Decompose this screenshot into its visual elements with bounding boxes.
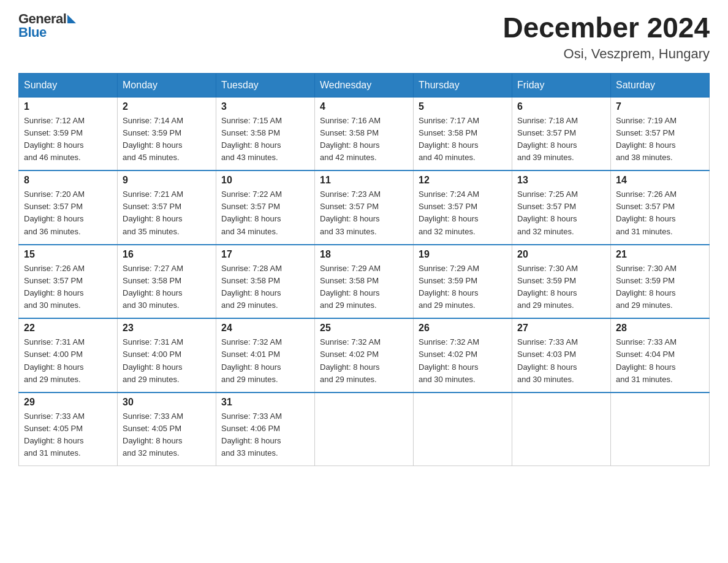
calendar-cell: 24Sunrise: 7:32 AMSunset: 4:01 PMDayligh… — [216, 318, 315, 393]
calendar-cell: 1Sunrise: 7:12 AMSunset: 3:59 PMDaylight… — [19, 97, 118, 170]
day-number: 26 — [419, 323, 507, 334]
calendar-cell: 7Sunrise: 7:19 AMSunset: 3:57 PMDaylight… — [611, 97, 710, 170]
day-number: 19 — [419, 249, 507, 260]
calendar-cell: 2Sunrise: 7:14 AMSunset: 3:59 PMDaylight… — [118, 97, 216, 170]
calendar-cell: 10Sunrise: 7:22 AMSunset: 3:57 PMDayligh… — [216, 170, 315, 245]
calendar-cell: 15Sunrise: 7:26 AMSunset: 3:57 PMDayligh… — [19, 245, 118, 319]
calendar-cell: 18Sunrise: 7:29 AMSunset: 3:58 PMDayligh… — [315, 245, 414, 319]
day-info: Sunrise: 7:32 AMSunset: 4:02 PMDaylight:… — [320, 336, 408, 386]
logo-general-text: General — [18, 12, 66, 26]
day-number: 20 — [517, 249, 605, 260]
calendar-cell: 25Sunrise: 7:32 AMSunset: 4:02 PMDayligh… — [315, 318, 414, 393]
day-info: Sunrise: 7:26 AMSunset: 3:57 PMDaylight:… — [24, 262, 112, 312]
day-number: 13 — [517, 175, 605, 186]
calendar-cell: 23Sunrise: 7:31 AMSunset: 4:00 PMDayligh… — [118, 318, 216, 393]
calendar-cell: 30Sunrise: 7:33 AMSunset: 4:05 PMDayligh… — [118, 393, 216, 466]
day-number: 27 — [517, 323, 605, 334]
day-info: Sunrise: 7:23 AMSunset: 3:57 PMDaylight:… — [320, 188, 408, 238]
day-number: 11 — [320, 175, 408, 186]
calendar-cell: 22Sunrise: 7:31 AMSunset: 4:00 PMDayligh… — [19, 318, 118, 393]
day-info: Sunrise: 7:12 AMSunset: 3:59 PMDaylight:… — [24, 115, 112, 164]
day-info: Sunrise: 7:19 AMSunset: 3:57 PMDaylight:… — [616, 115, 704, 164]
page-header: General Blue December 2024 Osi, Veszprem… — [18, 12, 710, 62]
day-number: 5 — [419, 101, 507, 112]
day-number: 6 — [517, 101, 605, 112]
day-info: Sunrise: 7:22 AMSunset: 3:57 PMDaylight:… — [221, 188, 309, 238]
day-info: Sunrise: 7:17 AMSunset: 3:58 PMDaylight:… — [419, 115, 507, 164]
day-number: 14 — [616, 175, 704, 186]
day-number: 8 — [24, 175, 112, 186]
weekday-header-friday: Friday — [512, 73, 611, 97]
day-number: 7 — [616, 101, 704, 112]
calendar-cell: 19Sunrise: 7:29 AMSunset: 3:59 PMDayligh… — [414, 245, 512, 319]
day-number: 29 — [24, 397, 112, 408]
calendar-table: SundayMondayTuesdayWednesdayThursdayFrid… — [18, 73, 710, 467]
calendar-cell — [414, 393, 512, 466]
day-number: 15 — [24, 249, 112, 260]
calendar-subtitle: Osi, Veszprem, Hungary — [502, 46, 710, 62]
day-number: 30 — [123, 397, 211, 408]
week-row-3: 15Sunrise: 7:26 AMSunset: 3:57 PMDayligh… — [19, 245, 710, 319]
day-number: 16 — [123, 249, 211, 260]
calendar-cell — [611, 393, 710, 466]
day-number: 21 — [616, 249, 704, 260]
day-info: Sunrise: 7:27 AMSunset: 3:58 PMDaylight:… — [123, 262, 211, 312]
weekday-header-wednesday: Wednesday — [315, 73, 414, 97]
calendar-cell — [512, 393, 611, 466]
day-number: 3 — [221, 101, 309, 112]
logo: General Blue — [18, 12, 66, 39]
week-row-5: 29Sunrise: 7:33 AMSunset: 4:05 PMDayligh… — [19, 393, 710, 466]
calendar-cell — [315, 393, 414, 466]
calendar-cell: 5Sunrise: 7:17 AMSunset: 3:58 PMDaylight… — [414, 97, 512, 170]
calendar-cell: 11Sunrise: 7:23 AMSunset: 3:57 PMDayligh… — [315, 170, 414, 245]
day-number: 4 — [320, 101, 408, 112]
day-info: Sunrise: 7:20 AMSunset: 3:57 PMDaylight:… — [24, 188, 112, 238]
weekday-header-tuesday: Tuesday — [216, 73, 315, 97]
day-number: 18 — [320, 249, 408, 260]
day-number: 17 — [221, 249, 309, 260]
day-info: Sunrise: 7:32 AMSunset: 4:01 PMDaylight:… — [221, 336, 309, 386]
day-info: Sunrise: 7:30 AMSunset: 3:59 PMDaylight:… — [517, 262, 605, 312]
calendar-cell: 29Sunrise: 7:33 AMSunset: 4:05 PMDayligh… — [19, 393, 118, 466]
day-info: Sunrise: 7:24 AMSunset: 3:57 PMDaylight:… — [419, 188, 507, 238]
day-info: Sunrise: 7:33 AMSunset: 4:05 PMDaylight:… — [24, 410, 112, 460]
calendar-cell: 16Sunrise: 7:27 AMSunset: 3:58 PMDayligh… — [118, 245, 216, 319]
calendar-cell: 28Sunrise: 7:33 AMSunset: 4:04 PMDayligh… — [611, 318, 710, 393]
calendar-cell: 6Sunrise: 7:18 AMSunset: 3:57 PMDaylight… — [512, 97, 611, 170]
day-info: Sunrise: 7:28 AMSunset: 3:58 PMDaylight:… — [221, 262, 309, 312]
day-info: Sunrise: 7:30 AMSunset: 3:59 PMDaylight:… — [616, 262, 704, 312]
day-info: Sunrise: 7:32 AMSunset: 4:02 PMDaylight:… — [419, 336, 507, 386]
day-number: 10 — [221, 175, 309, 186]
week-row-2: 8Sunrise: 7:20 AMSunset: 3:57 PMDaylight… — [19, 170, 710, 245]
logo-blue-text: Blue — [18, 26, 66, 39]
calendar-cell: 8Sunrise: 7:20 AMSunset: 3:57 PMDaylight… — [19, 170, 118, 245]
weekday-header-saturday: Saturday — [611, 73, 710, 97]
calendar-cell: 26Sunrise: 7:32 AMSunset: 4:02 PMDayligh… — [414, 318, 512, 393]
day-info: Sunrise: 7:31 AMSunset: 4:00 PMDaylight:… — [123, 336, 211, 386]
day-info: Sunrise: 7:26 AMSunset: 3:57 PMDaylight:… — [616, 188, 704, 238]
calendar-cell: 9Sunrise: 7:21 AMSunset: 3:57 PMDaylight… — [118, 170, 216, 245]
week-row-1: 1Sunrise: 7:12 AMSunset: 3:59 PMDaylight… — [19, 97, 710, 170]
day-number: 25 — [320, 323, 408, 334]
week-row-4: 22Sunrise: 7:31 AMSunset: 4:00 PMDayligh… — [19, 318, 710, 393]
day-info: Sunrise: 7:21 AMSunset: 3:57 PMDaylight:… — [123, 188, 211, 238]
day-number: 1 — [24, 101, 112, 112]
calendar-cell: 31Sunrise: 7:33 AMSunset: 4:06 PMDayligh… — [216, 393, 315, 466]
calendar-cell: 13Sunrise: 7:25 AMSunset: 3:57 PMDayligh… — [512, 170, 611, 245]
day-info: Sunrise: 7:14 AMSunset: 3:59 PMDaylight:… — [123, 115, 211, 164]
day-number: 24 — [221, 323, 309, 334]
day-number: 2 — [123, 101, 211, 112]
calendar-cell: 17Sunrise: 7:28 AMSunset: 3:58 PMDayligh… — [216, 245, 315, 319]
day-info: Sunrise: 7:16 AMSunset: 3:58 PMDaylight:… — [320, 115, 408, 164]
calendar-cell: 12Sunrise: 7:24 AMSunset: 3:57 PMDayligh… — [414, 170, 512, 245]
day-info: Sunrise: 7:33 AMSunset: 4:04 PMDaylight:… — [616, 336, 704, 386]
day-info: Sunrise: 7:33 AMSunset: 4:06 PMDaylight:… — [221, 410, 309, 460]
weekday-header-thursday: Thursday — [414, 73, 512, 97]
day-info: Sunrise: 7:15 AMSunset: 3:58 PMDaylight:… — [221, 115, 309, 164]
day-info: Sunrise: 7:29 AMSunset: 3:59 PMDaylight:… — [419, 262, 507, 312]
day-info: Sunrise: 7:31 AMSunset: 4:00 PMDaylight:… — [24, 336, 112, 386]
day-info: Sunrise: 7:25 AMSunset: 3:57 PMDaylight:… — [517, 188, 605, 238]
calendar-cell: 3Sunrise: 7:15 AMSunset: 3:58 PMDaylight… — [216, 97, 315, 170]
calendar-cell: 4Sunrise: 7:16 AMSunset: 3:58 PMDaylight… — [315, 97, 414, 170]
title-section: December 2024 Osi, Veszprem, Hungary — [502, 12, 710, 62]
